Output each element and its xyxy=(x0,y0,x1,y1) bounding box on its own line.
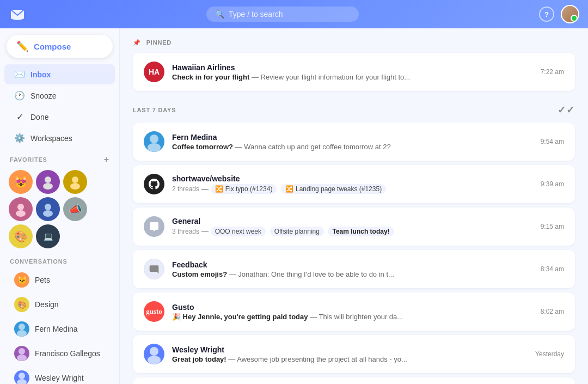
compose-label: Compose xyxy=(34,42,71,51)
email-preview-general: 3 threads— OOO next week Offsite plannin… xyxy=(172,227,533,236)
nav-done[interactable]: ✓ Done xyxy=(4,107,115,127)
general-pill-2: Offsite planning xyxy=(270,227,324,236)
conv-wesley-label: Wesley Wright xyxy=(35,374,84,382)
email-row-hawaiian[interactable]: HA Hawaiian Airlines Check in for your f… xyxy=(133,53,575,91)
favorite-2[interactable] xyxy=(36,170,60,194)
email-row-feedback[interactable]: Feedback Custom emojis? — Jonathan: One … xyxy=(133,250,575,288)
email-time-fern: 9:54 am xyxy=(541,138,564,145)
email-time-wesley: Yesterday xyxy=(535,350,564,358)
main-layout: ✏️ Compose ✉️ Inbox 🕐 Snooze ✓ Done ⚙️ W… xyxy=(0,28,588,384)
email-avatar-gusto: gusto xyxy=(144,301,164,322)
email-sender-hawaiian: Hawaiian Airlines xyxy=(172,63,533,72)
mark-all-read-button[interactable]: ✓✓ xyxy=(558,104,575,116)
conv-fern-avatar xyxy=(14,321,29,337)
search-bar[interactable]: 🔍 Type / to search xyxy=(206,7,359,22)
email-sender-github: shortwave/website xyxy=(172,174,533,183)
favorites-label: Favorites xyxy=(10,156,47,163)
nav-snooze[interactable]: 🕐 Snooze xyxy=(4,86,115,106)
email-row-wesley[interactable]: Wesley Wright Great job today! — Awesome… xyxy=(133,335,575,373)
email-avatar-feedback xyxy=(144,259,164,279)
email-preview-fern: Coffee tomorrow? — Wanna catch up and ge… xyxy=(172,143,533,151)
help-button[interactable]: ? xyxy=(539,7,554,22)
email-time-gusto: 8:02 am xyxy=(541,308,564,315)
favorite-7[interactable]: 🎨 xyxy=(9,224,33,248)
email-body-wesley: Wesley Wright Great job today! — Awesome… xyxy=(172,345,528,363)
nav-workspaces[interactable]: ⚙️ Workspaces xyxy=(4,128,115,148)
svg-point-3 xyxy=(70,183,80,190)
conv-francisco-avatar xyxy=(14,346,29,361)
favorite-8[interactable]: 💻 xyxy=(36,224,60,248)
email-avatar-wesley xyxy=(144,344,164,364)
conversations-header: Conversations xyxy=(0,253,119,268)
email-row-github[interactable]: shortwave/website 2 threads— 🔀 Fix typo … xyxy=(133,165,575,203)
compose-button[interactable]: ✏️ Compose xyxy=(7,35,113,58)
conv-design-avatar: 🎨 xyxy=(14,297,29,312)
conv-design-label: Design xyxy=(35,300,59,309)
email-subject-fern: Coffee tomorrow? xyxy=(172,143,233,151)
email-avatar-general xyxy=(144,216,164,237)
nav-snooze-label: Snooze xyxy=(30,92,56,100)
email-row-general[interactable]: General 3 threads— OOO next week Offsite… xyxy=(133,208,575,246)
email-subject-hawaiian: Check in for your flight xyxy=(172,73,249,81)
svg-point-12 xyxy=(19,373,25,379)
github-pill-1: 🔀 Fix typo (#1234) xyxy=(211,184,277,194)
compose-icon: ✏️ xyxy=(16,40,28,52)
conv-francisco[interactable]: Francisco Gallegos xyxy=(4,342,115,365)
email-time-github: 9:39 am xyxy=(541,180,564,188)
last7days-header: LAST 7 DAYS ✓✓ xyxy=(133,104,575,116)
email-subject-feedback: Custom emojis? xyxy=(172,270,227,278)
email-row-bobby-concetta[interactable]: Bobby & Concetta Website update — Bobby:… xyxy=(133,377,575,384)
general-pill-1: OOO next week xyxy=(211,227,266,236)
conv-design[interactable]: 🎨 Design xyxy=(4,292,115,316)
add-favorite-button[interactable]: + xyxy=(104,155,109,164)
svg-point-11 xyxy=(17,355,27,361)
general-pill-3: Team lunch today! xyxy=(328,227,394,236)
user-avatar[interactable] xyxy=(561,5,579,23)
svg-point-18 xyxy=(150,347,158,356)
sidebar: ✏️ Compose ✉️ Inbox 🕐 Snooze ✓ Done ⚙️ W… xyxy=(0,28,120,384)
svg-point-16 xyxy=(150,135,158,143)
email-sender-gusto: Gusto xyxy=(172,303,533,312)
conv-fern[interactable]: Fern Medina xyxy=(4,317,115,341)
search-placeholder: Type / to search xyxy=(229,10,283,19)
conv-pets[interactable]: 🐱 Pets xyxy=(4,268,115,292)
topbar: 🔍 Type / to search ? xyxy=(0,0,588,28)
conv-wesley-avatar xyxy=(14,370,29,384)
last7days-label: LAST 7 DAYS xyxy=(133,107,176,113)
nav-inbox-label: Inbox xyxy=(30,70,51,79)
conversations-label: Conversations xyxy=(10,258,68,265)
favorite-5[interactable] xyxy=(36,197,60,221)
email-preview-wesley: Great job today! — Awesome job presentin… xyxy=(172,355,528,363)
favorite-4[interactable] xyxy=(9,197,33,221)
snooze-icon: 🕐 xyxy=(14,90,25,101)
svg-point-19 xyxy=(148,356,161,364)
email-row-gusto[interactable]: gusto Gusto 🎉 Hey Jennie, you're getting… xyxy=(133,292,575,331)
topbar-right: ? xyxy=(539,5,579,23)
svg-point-6 xyxy=(45,204,51,210)
email-avatar-fern xyxy=(144,131,164,152)
nav-done-label: Done xyxy=(30,113,48,121)
email-avatar-github xyxy=(144,174,164,194)
email-sender-general: General xyxy=(172,217,533,225)
email-preview-feedback: Custom emojis? — Jonathan: One thing I'd… xyxy=(172,270,533,278)
svg-point-9 xyxy=(17,330,27,337)
favorite-6[interactable]: 📣 xyxy=(63,197,87,221)
nav-workspaces-label: Workspaces xyxy=(30,134,72,143)
email-time-general: 9:15 am xyxy=(541,223,564,230)
svg-point-8 xyxy=(19,324,25,330)
nav-inbox[interactable]: ✉️ Inbox xyxy=(4,64,115,84)
conv-fern-label: Fern Medina xyxy=(35,325,78,333)
email-body-feedback: Feedback Custom emojis? — Jonathan: One … xyxy=(172,260,533,278)
email-sender-fern: Fern Medina xyxy=(172,133,533,142)
email-subject-gusto: 🎉 Hey Jennie, you're getting paid today xyxy=(172,313,308,321)
favorite-3[interactable] xyxy=(63,170,87,194)
app-logo[interactable] xyxy=(9,5,26,23)
email-row-fern[interactable]: Fern Medina Coffee tomorrow? — Wanna cat… xyxy=(133,123,575,161)
favorite-1[interactable]: 😻 xyxy=(9,170,33,194)
conv-wesley[interactable]: Wesley Wright xyxy=(4,366,115,384)
svg-point-7 xyxy=(43,210,53,217)
email-body-fern: Fern Medina Coffee tomorrow? — Wanna cat… xyxy=(172,133,533,151)
pin-icon: 📌 xyxy=(133,39,141,46)
email-preview-github: 2 threads— 🔀 Fix typo (#1234) 🔀 Landing … xyxy=(172,184,533,194)
svg-point-13 xyxy=(17,379,27,384)
